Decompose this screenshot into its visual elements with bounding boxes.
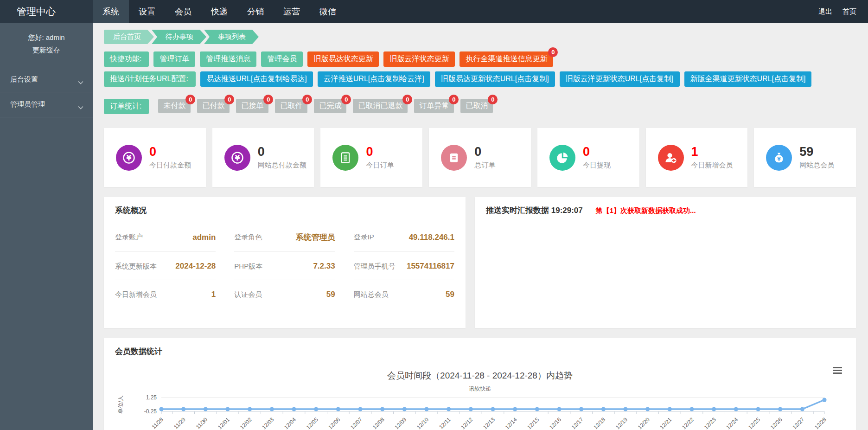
pie-chart-icon [555, 151, 569, 165]
nav-item[interactable]: 微信 [310, 0, 346, 23]
stat-card-icon: ¥ [224, 145, 250, 171]
overview-label: PHP版本 [234, 262, 262, 271]
svg-text:12/24: 12/24 [725, 416, 739, 430]
overview-value: 7.2.33 [313, 262, 335, 271]
overview-cell: 网站总会员59 [354, 280, 454, 308]
push-url-config-label: 推送/计划任务URL配置: [104, 71, 196, 87]
stat-card-label: 总订单 [474, 161, 495, 170]
overview-label: 登录IP [354, 233, 374, 242]
quick-action-button[interactable]: 管理会员 [261, 51, 303, 67]
order-stat-button[interactable]: 订单异常0 [414, 99, 454, 113]
overview-cell: 登录IP49.118.246.1 [354, 222, 454, 252]
order-stat-button[interactable]: 已取消已退款0 [353, 99, 408, 113]
svg-text:12/08: 12/08 [371, 416, 386, 430]
nav-item[interactable]: 分销 [237, 0, 274, 23]
stat-card: ¥59网站总会员 [754, 128, 856, 187]
breadcrumb-item[interactable]: 待办事项 [152, 30, 206, 44]
quick-action-button[interactable]: 管理推送消息 [200, 51, 256, 67]
quick-actions-buttons: 管理订单管理推送消息管理会员 [153, 51, 303, 67]
breadcrumb-item[interactable]: 后台首页 [104, 30, 154, 44]
user-greeting: 您好: admin [0, 33, 93, 42]
chevron-down-icon [78, 103, 83, 107]
sidebar: 您好: admin 更新缓存 后台设置管理员管理 [0, 23, 93, 430]
overview-label: 网站总会员 [354, 290, 389, 299]
svg-text:12/01: 12/01 [217, 416, 231, 430]
sidebar-item-label: 后台设置 [10, 75, 38, 84]
stat-card-label: 网站总付款金额 [258, 161, 306, 170]
url-copy-button[interactable]: 旧版易达更新状态URL[点击复制] [435, 71, 555, 87]
count-badge: 0 [488, 95, 498, 104]
system-overview-header: 系统概况 [104, 197, 466, 222]
money-bag-icon: ¥ [772, 151, 786, 165]
order-stat-button[interactable]: 已接单0 [236, 99, 268, 113]
refresh-cache-link[interactable]: 更新缓存 [0, 46, 93, 55]
chart-subtitle: 讯软快递 [115, 385, 845, 393]
svg-text:¥: ¥ [778, 156, 781, 162]
svg-text:12/06: 12/06 [327, 416, 341, 430]
chart-title: 会员时间段（2024-11-28 - 2024-12-28）内趋势 [115, 370, 845, 382]
status-update-button[interactable]: 旧版云洋状态更新 [383, 51, 455, 67]
svg-text:12/14: 12/14 [504, 416, 518, 430]
stat-card: 0总订单 [429, 128, 531, 187]
overview-label: 认证会员 [234, 290, 262, 299]
nav-item[interactable]: 运营 [274, 0, 310, 23]
nav-link-home[interactable]: 首页 [837, 0, 862, 23]
count-badge: 0 [449, 95, 459, 104]
sidebar-item[interactable]: 后台设置 [0, 67, 93, 92]
member-stats-panel: 会员数据统计 会员时间段（2024-11-28 - 2024-12-28）内趋势… [104, 338, 856, 430]
trend-chart: 1.25-0.25单位/人11/2811/2911/3012/0112/0212… [115, 394, 845, 430]
nav-item[interactable]: 快递 [201, 0, 237, 23]
order-stat-button[interactable]: 未付款0 [158, 99, 191, 113]
nav-item[interactable]: 系统 [93, 0, 129, 23]
overview-value: 系统管理员 [296, 232, 335, 243]
stat-card-label: 网站总会员 [799, 161, 834, 170]
count-badge: 0 [185, 95, 195, 104]
nav-link-logout[interactable]: 退出 [813, 0, 837, 23]
yen-circle-icon: ¥ [230, 151, 244, 165]
panels-row: 系统概况 登录账户admin登录角色系统管理员登录IP49.118.246.1系… [104, 197, 856, 328]
svg-text:12/16: 12/16 [548, 416, 562, 430]
svg-text:11/29: 11/29 [172, 416, 187, 430]
stat-card: ¥0网站总付款金额 [212, 128, 314, 187]
push-report-panel: 推送实时汇报数据 19:29:07 第【1】次获取新数据获取成功... [475, 197, 856, 328]
svg-text:-0.25: -0.25 [144, 408, 157, 415]
quick-actions-row: 快捷功能: 管理订单管理推送消息管理会员 旧版易达状态更新旧版云洋状态更新执行全… [104, 51, 856, 67]
overview-value: 59 [326, 290, 335, 299]
nav-item[interactable]: 会员 [165, 0, 201, 23]
chart-context-menu-icon[interactable] [833, 367, 842, 374]
stat-card-value: 59 [799, 145, 834, 159]
breadcrumb-item[interactable]: 事项列表 [204, 30, 259, 44]
url-copy-button[interactable]: 新版全渠道更新状态URL[点击复制] [684, 71, 812, 87]
nav-item[interactable]: 设置 [129, 0, 165, 23]
order-stat-button[interactable]: 已取件0 [275, 99, 307, 113]
order-stat-button[interactable]: 已取消0 [460, 99, 493, 113]
sidebar-item[interactable]: 管理员管理 [0, 92, 93, 117]
status-update-button[interactable]: 执行全渠道推送信息更新0 [460, 51, 553, 67]
order-stat-button[interactable]: 已完成0 [314, 99, 346, 113]
chart-area: 会员时间段（2024-11-28 - 2024-12-28）内趋势 讯软快递 1… [104, 363, 856, 430]
document-icon [338, 151, 352, 165]
top-navbar: 管理中心 系统设置会员快递分销运营微信 退出首页 [0, 0, 868, 23]
svg-text:12/03: 12/03 [261, 416, 275, 430]
svg-text:12/09: 12/09 [393, 416, 408, 430]
svg-text:12/10: 12/10 [415, 416, 430, 430]
stat-card-label: 今日新增会员 [691, 161, 733, 170]
push-report-header: 推送实时汇报数据 19:29:07 第【1】次获取新数据获取成功... [475, 197, 856, 222]
quick-action-button[interactable]: 管理订单 [153, 51, 195, 67]
stat-card-icon [332, 145, 358, 171]
stat-card: 0今日订单 [320, 128, 422, 187]
svg-text:12/23: 12/23 [703, 416, 717, 430]
status-update-button[interactable]: 旧版易达状态更新 [307, 51, 379, 67]
svg-text:12/20: 12/20 [637, 416, 651, 430]
url-copy-button[interactable]: 旧版云洋更新状态URL[点击复制] [560, 71, 680, 87]
stat-card: ¥0今日付款金额 [104, 128, 206, 187]
order-stat-button[interactable]: 已付款0 [197, 99, 230, 113]
count-badge: 0 [224, 95, 234, 104]
stat-card-info: 0今日提现 [583, 145, 611, 170]
svg-text:11/28: 11/28 [151, 416, 165, 430]
url-copy-button[interactable]: 云洋推送URL[点击复制给云洋] [318, 71, 430, 87]
url-copy-button[interactable]: 易达推送URL[点击复制给易达] [200, 71, 313, 87]
stat-card-info: 0今日订单 [366, 145, 394, 170]
svg-text:12/21: 12/21 [658, 416, 673, 430]
overview-label: 管理员手机号 [354, 262, 396, 271]
